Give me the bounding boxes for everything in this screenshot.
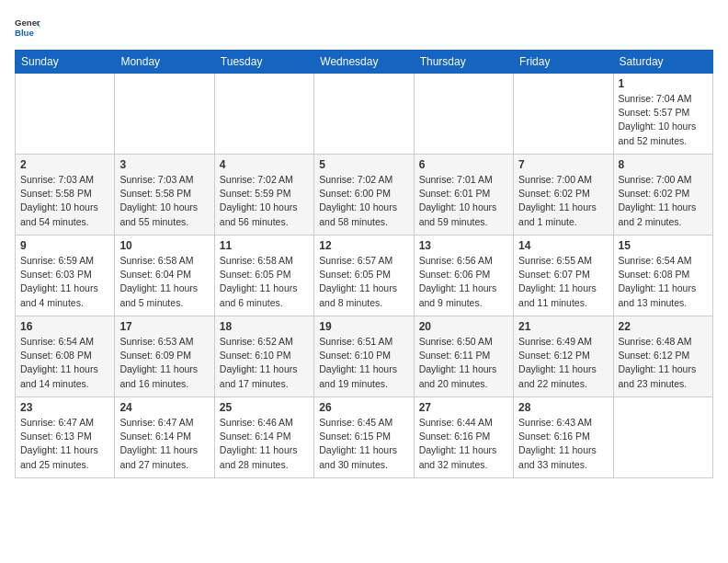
day-info: Sunrise: 6:49 AM Sunset: 6:12 PM Dayligh… (518, 335, 608, 391)
calendar-cell: 9Sunrise: 6:59 AM Sunset: 6:03 PM Daylig… (16, 236, 115, 316)
calendar-cell: 25Sunrise: 6:46 AM Sunset: 6:14 PM Dayli… (214, 397, 313, 478)
day-info: Sunrise: 6:54 AM Sunset: 6:08 PM Dayligh… (619, 254, 708, 310)
day-info: Sunrise: 6:47 AM Sunset: 6:13 PM Dayligh… (20, 416, 109, 472)
day-number: 14 (518, 239, 608, 252)
day-info: Sunrise: 7:00 AM Sunset: 6:02 PM Dayligh… (518, 173, 608, 229)
calendar-cell: 12Sunrise: 6:57 AM Sunset: 6:05 PM Dayli… (314, 236, 414, 316)
day-number: 11 (220, 239, 309, 252)
day-header-wednesday: Wednesday (314, 51, 414, 74)
day-info: Sunrise: 6:44 AM Sunset: 6:16 PM Dayligh… (419, 416, 508, 472)
day-number: 20 (419, 320, 508, 333)
calendar-cell: 5Sunrise: 7:02 AM Sunset: 6:00 PM Daylig… (314, 155, 414, 236)
day-number: 21 (518, 320, 608, 333)
day-info: Sunrise: 6:51 AM Sunset: 6:10 PM Dayligh… (319, 335, 408, 391)
day-info: Sunrise: 6:56 AM Sunset: 6:06 PM Dayligh… (419, 254, 508, 310)
calendar-cell: 24Sunrise: 6:47 AM Sunset: 6:14 PM Dayli… (115, 397, 214, 478)
week-row-5: 23Sunrise: 6:47 AM Sunset: 6:13 PM Dayli… (16, 397, 713, 478)
calendar-cell (214, 74, 313, 155)
calendar-cell: 6Sunrise: 7:01 AM Sunset: 6:01 PM Daylig… (414, 155, 513, 236)
calendar-cell: 27Sunrise: 6:44 AM Sunset: 6:16 PM Dayli… (414, 397, 513, 478)
day-info: Sunrise: 6:47 AM Sunset: 6:14 PM Dayligh… (119, 416, 209, 472)
calendar-cell: 18Sunrise: 6:52 AM Sunset: 6:10 PM Dayli… (214, 316, 313, 397)
calendar-cell (414, 74, 513, 155)
calendar-cell: 13Sunrise: 6:56 AM Sunset: 6:06 PM Dayli… (414, 236, 513, 316)
day-header-saturday: Saturday (613, 51, 712, 74)
day-number: 13 (419, 239, 508, 252)
day-number: 8 (619, 158, 708, 171)
day-header-tuesday: Tuesday (214, 51, 313, 74)
calendar-cell: 7Sunrise: 7:00 AM Sunset: 6:02 PM Daylig… (514, 155, 613, 236)
day-info: Sunrise: 6:50 AM Sunset: 6:11 PM Dayligh… (419, 335, 508, 391)
svg-text:General: General (15, 17, 40, 28)
day-number: 26 (319, 401, 408, 414)
calendar-cell (514, 74, 613, 155)
day-info: Sunrise: 7:04 AM Sunset: 5:57 PM Dayligh… (619, 92, 708, 148)
calendar-cell: 28Sunrise: 6:43 AM Sunset: 6:16 PM Dayli… (514, 397, 613, 478)
day-info: Sunrise: 6:57 AM Sunset: 6:05 PM Dayligh… (319, 254, 408, 310)
week-row-4: 16Sunrise: 6:54 AM Sunset: 6:08 PM Dayli… (16, 316, 713, 397)
day-info: Sunrise: 6:52 AM Sunset: 6:10 PM Dayligh… (220, 335, 309, 391)
day-info: Sunrise: 7:00 AM Sunset: 6:02 PM Dayligh… (619, 173, 708, 229)
calendar-cell: 15Sunrise: 6:54 AM Sunset: 6:08 PM Dayli… (613, 236, 712, 316)
day-info: Sunrise: 6:55 AM Sunset: 6:07 PM Dayligh… (518, 254, 608, 310)
day-info: Sunrise: 7:03 AM Sunset: 5:58 PM Dayligh… (20, 173, 109, 229)
day-info: Sunrise: 6:46 AM Sunset: 6:14 PM Dayligh… (220, 416, 309, 472)
calendar-cell: 22Sunrise: 6:48 AM Sunset: 6:12 PM Dayli… (613, 316, 712, 397)
week-row-3: 9Sunrise: 6:59 AM Sunset: 6:03 PM Daylig… (16, 236, 713, 316)
days-header-row: SundayMondayTuesdayWednesdayThursdayFrid… (16, 51, 713, 74)
day-number: 15 (619, 239, 708, 252)
day-number: 5 (319, 158, 408, 171)
calendar-cell: 2Sunrise: 7:03 AM Sunset: 5:58 PM Daylig… (16, 155, 115, 236)
calendar-cell: 17Sunrise: 6:53 AM Sunset: 6:09 PM Dayli… (115, 316, 214, 397)
day-number: 2 (20, 158, 109, 171)
day-number: 4 (220, 158, 309, 171)
calendar-table: SundayMondayTuesdayWednesdayThursdayFrid… (15, 50, 713, 478)
calendar-cell (16, 74, 115, 155)
day-number: 22 (619, 320, 708, 333)
day-info: Sunrise: 6:59 AM Sunset: 6:03 PM Dayligh… (20, 254, 109, 310)
day-number: 12 (319, 239, 408, 252)
calendar-cell: 10Sunrise: 6:58 AM Sunset: 6:04 PM Dayli… (115, 236, 214, 316)
calendar-cell: 11Sunrise: 6:58 AM Sunset: 6:05 PM Dayli… (214, 236, 313, 316)
day-number: 23 (20, 401, 109, 414)
day-number: 1 (619, 77, 708, 90)
logo-icon: General Blue (15, 15, 40, 40)
calendar-cell: 14Sunrise: 6:55 AM Sunset: 6:07 PM Dayli… (514, 236, 613, 316)
calendar-cell: 8Sunrise: 7:00 AM Sunset: 6:02 PM Daylig… (613, 155, 712, 236)
day-number: 28 (518, 401, 608, 414)
calendar-cell: 21Sunrise: 6:49 AM Sunset: 6:12 PM Dayli… (514, 316, 613, 397)
calendar-cell (613, 397, 712, 478)
week-row-1: 1Sunrise: 7:04 AM Sunset: 5:57 PM Daylig… (16, 74, 713, 155)
day-info: Sunrise: 6:43 AM Sunset: 6:16 PM Dayligh… (518, 416, 608, 472)
calendar-cell: 20Sunrise: 6:50 AM Sunset: 6:11 PM Dayli… (414, 316, 513, 397)
day-info: Sunrise: 6:53 AM Sunset: 6:09 PM Dayligh… (119, 335, 209, 391)
day-info: Sunrise: 7:03 AM Sunset: 5:58 PM Dayligh… (119, 173, 209, 229)
day-number: 17 (119, 320, 209, 333)
calendar-cell: 19Sunrise: 6:51 AM Sunset: 6:10 PM Dayli… (314, 316, 414, 397)
calendar-cell (115, 74, 214, 155)
day-info: Sunrise: 6:54 AM Sunset: 6:08 PM Dayligh… (20, 335, 109, 391)
calendar-cell: 4Sunrise: 7:02 AM Sunset: 5:59 PM Daylig… (214, 155, 313, 236)
day-info: Sunrise: 6:45 AM Sunset: 6:15 PM Dayligh… (319, 416, 408, 472)
day-number: 19 (319, 320, 408, 333)
day-number: 25 (220, 401, 309, 414)
day-number: 27 (419, 401, 508, 414)
day-info: Sunrise: 7:02 AM Sunset: 6:00 PM Dayligh… (319, 173, 408, 229)
day-number: 7 (518, 158, 608, 171)
calendar-cell (314, 74, 414, 155)
day-header-monday: Monday (115, 51, 214, 74)
week-row-2: 2Sunrise: 7:03 AM Sunset: 5:58 PM Daylig… (16, 155, 713, 236)
calendar-cell: 23Sunrise: 6:47 AM Sunset: 6:13 PM Dayli… (16, 397, 115, 478)
day-number: 3 (119, 158, 209, 171)
logo: General Blue (15, 15, 44, 40)
day-number: 9 (20, 239, 109, 252)
calendar-cell: 26Sunrise: 6:45 AM Sunset: 6:15 PM Dayli… (314, 397, 414, 478)
calendar-cell: 1Sunrise: 7:04 AM Sunset: 5:57 PM Daylig… (613, 74, 712, 155)
day-header-thursday: Thursday (414, 51, 513, 74)
header: General Blue (15, 15, 713, 40)
day-info: Sunrise: 7:01 AM Sunset: 6:01 PM Dayligh… (419, 173, 508, 229)
day-number: 10 (119, 239, 209, 252)
day-number: 24 (119, 401, 209, 414)
calendar-cell: 16Sunrise: 6:54 AM Sunset: 6:08 PM Dayli… (16, 316, 115, 397)
day-number: 16 (20, 320, 109, 333)
